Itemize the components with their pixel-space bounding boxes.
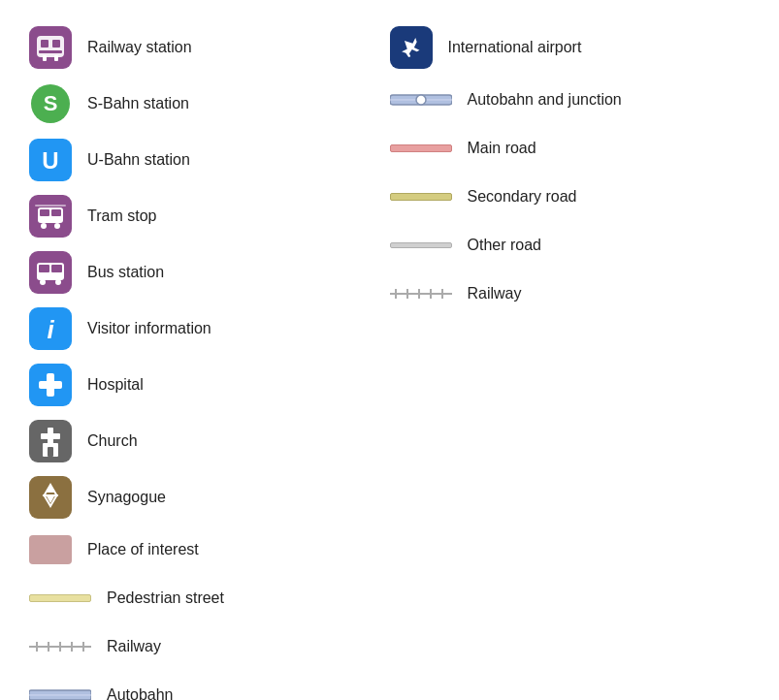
left-column: Railway station S S-Bahn station U U-Bah… (29, 19, 390, 700)
list-item: Autobahn (29, 671, 390, 700)
list-item: Railway (29, 622, 390, 671)
list-item: Railway (390, 270, 751, 318)
list-item: U U-Bahn station (29, 132, 390, 188)
pedestrian-street-icon (29, 589, 91, 608)
legend-container: Railway station S S-Bahn station U U-Bah… (29, 19, 750, 700)
railway-right-icon (390, 284, 452, 303)
hospital-icon (29, 364, 72, 406)
list-item: Pedestrian street (29, 574, 390, 622)
svg-rect-5 (43, 55, 47, 61)
airport-icon (390, 26, 433, 69)
bus-label: Bus station (87, 264, 164, 281)
list-item: Church (29, 413, 390, 469)
autobahn-left-icon (29, 685, 91, 700)
svg-point-17 (54, 223, 60, 229)
list-item: Other road (390, 221, 751, 270)
list-item: Railway station (29, 19, 390, 76)
list-item: i Visitor information (29, 301, 390, 357)
ubahn-icon: U (29, 139, 72, 181)
list-item: Tram stop (29, 188, 390, 244)
bus-icon (29, 251, 72, 294)
svg-rect-21 (39, 265, 49, 272)
autobahn-junction-label: Autobahn and junction (468, 91, 622, 109)
list-item: International airport (390, 19, 751, 76)
church-icon (29, 420, 72, 462)
svg-rect-22 (51, 265, 62, 272)
svg-rect-13 (40, 209, 49, 216)
svg-point-24 (40, 279, 46, 285)
railway-left-label: Railway (107, 638, 161, 655)
poi-icon (29, 535, 72, 564)
svg-point-55 (416, 95, 426, 105)
autobahn-junction-icon (390, 90, 452, 110)
svg-point-25 (55, 279, 61, 285)
secondary-road-label: Secondary road (468, 188, 577, 206)
synagogue-icon (29, 476, 72, 519)
svg-rect-35 (48, 447, 53, 457)
svg-rect-23 (37, 274, 64, 277)
svg-rect-2 (41, 40, 49, 48)
svg-rect-3 (52, 40, 60, 48)
svg-rect-15 (38, 217, 63, 220)
list-item: Hospital (29, 357, 390, 413)
tram-label: Tram stop (87, 207, 156, 225)
other-road-icon (390, 236, 452, 255)
visitor-info-icon: i (29, 307, 72, 350)
list-item: Autobahn and junction (390, 76, 751, 124)
railway-left-icon (29, 637, 91, 656)
visitor-info-label: Visitor information (87, 320, 211, 337)
list-item: Secondary road (390, 173, 751, 221)
tram-icon (29, 195, 72, 238)
sbahn-icon: S (29, 82, 72, 125)
svg-rect-14 (51, 209, 61, 216)
church-label: Church (87, 432, 138, 450)
airport-label: International airport (448, 39, 582, 56)
synagogue-label: Synagogue (87, 489, 166, 506)
svg-rect-6 (54, 55, 58, 61)
secondary-road-icon (390, 187, 452, 207)
pedestrian-label: Pedestrian street (107, 589, 224, 607)
svg-rect-30 (39, 381, 62, 389)
railway-station-label: Railway station (87, 39, 192, 56)
svg-text:U: U (42, 147, 58, 174)
right-column: International airport Autobahn and junct… (390, 19, 751, 700)
list-item: Main road (390, 124, 751, 173)
main-road-label: Main road (468, 140, 536, 157)
railway-station-icon (29, 26, 72, 69)
svg-rect-33 (41, 433, 60, 439)
railway-right-label: Railway (468, 285, 522, 302)
svg-point-16 (41, 223, 47, 229)
main-road-icon (390, 139, 452, 158)
list-item: Place of interest (29, 525, 390, 574)
autobahn-left-label: Autobahn (107, 686, 174, 700)
svg-text:S: S (44, 91, 58, 115)
hospital-label: Hospital (87, 376, 144, 394)
ubahn-label: U-Bahn station (87, 151, 190, 169)
svg-text:i: i (47, 315, 54, 344)
list-item: Synagogue (29, 469, 390, 525)
poi-label: Place of interest (87, 541, 199, 558)
other-road-label: Other road (468, 237, 541, 254)
svg-rect-4 (39, 50, 62, 53)
sbahn-label: S-Bahn station (87, 95, 189, 112)
list-item: S S-Bahn station (29, 76, 390, 132)
svg-rect-18 (35, 205, 66, 207)
list-item: Bus station (29, 244, 390, 301)
